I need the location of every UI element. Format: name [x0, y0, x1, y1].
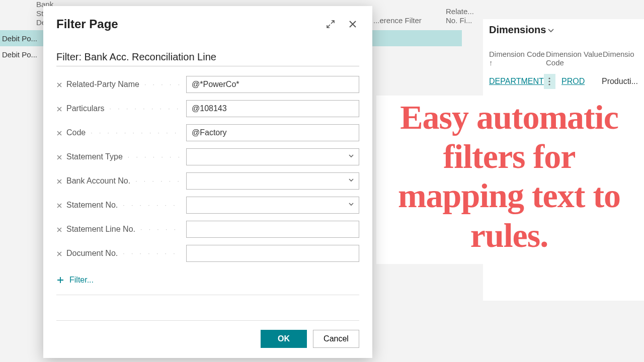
- dot-leader: · · · · · · · · · · · · · · · · · · · · …: [144, 81, 183, 88]
- svg-point-0: [549, 77, 550, 79]
- filter-label: Code: [66, 128, 86, 137]
- filter-row: Document No.· · · · · · · · · · · · · · …: [56, 244, 359, 262]
- svg-point-1: [549, 80, 550, 82]
- close-icon[interactable]: [346, 18, 359, 31]
- chevron-down-icon: [348, 201, 355, 208]
- filter-label: Particulars: [66, 104, 105, 113]
- plus-icon: [56, 276, 64, 284]
- filter-select[interactable]: [186, 172, 359, 190]
- dim-code-link[interactable]: DEPARTMENT: [489, 77, 544, 86]
- filter-label: Statement Type: [66, 152, 123, 161]
- dot-leader: · · · · · · · · · · · · · · · · · · · · …: [123, 250, 183, 257]
- remove-filter-icon[interactable]: [56, 226, 63, 233]
- dimensions-data-row[interactable]: DEPARTMENT PROD Producti...: [489, 74, 638, 89]
- dialog-header: Filter Page: [56, 17, 359, 31]
- ok-button[interactable]: OK: [261, 330, 307, 348]
- dim-head-caption[interactable]: Dimensio: [603, 50, 638, 67]
- bg-col-ref: ...erence Filter: [373, 16, 422, 25]
- chevron-down-icon: [348, 152, 355, 159]
- filter-label: Related-Party Name: [66, 80, 139, 89]
- filter-input[interactable]: [186, 124, 359, 141]
- bg-row-1-text: Debit Po...: [2, 50, 37, 59]
- chevron-down-icon: [547, 26, 555, 34]
- dot-leader: · · · · · · · · · · · · · · · · · · · · …: [110, 105, 183, 112]
- remove-filter-icon[interactable]: [56, 105, 63, 112]
- svg-point-2: [549, 83, 550, 85]
- remove-filter-icon[interactable]: [56, 153, 63, 160]
- filter-row: Code· · · · · · · · · · · · · · · · · · …: [56, 124, 359, 142]
- filter-select[interactable]: [186, 148, 359, 165]
- dot-leader: · · · · · · · · · · · · · · · · · · · · …: [91, 129, 183, 136]
- filter-row: Bank Account No.· · · · · · · · · · · · …: [56, 172, 359, 190]
- filter-input-wrap: [186, 148, 359, 165]
- remove-filter-icon[interactable]: [56, 250, 63, 257]
- filter-input-wrap: [186, 221, 359, 238]
- annotation-overlay: Easy automatic filters for mapping text …: [376, 96, 642, 264]
- remove-filter-icon[interactable]: [56, 202, 63, 209]
- filter-row: Related-Party Name· · · · · · · · · · · …: [56, 75, 359, 94]
- filter-input-wrap: [186, 197, 359, 214]
- filter-row: Statement No.· · · · · · · · · · · · · ·…: [56, 196, 359, 214]
- cancel-button[interactable]: Cancel: [313, 330, 359, 348]
- filter-label: Statement No.: [66, 201, 118, 210]
- filter-page-dialog: Filter Page Filter: Bank Acc. Reconcilia…: [43, 6, 372, 358]
- bg-row-1[interactable]: Debit Po...: [0, 46, 37, 62]
- dimensions-title[interactable]: Dimensions: [489, 24, 638, 36]
- bg-row-0-text: Debit Po...: [2, 34, 37, 43]
- expand-icon[interactable]: [324, 18, 337, 31]
- dim-head-value[interactable]: Dimension Value Code: [546, 50, 603, 67]
- filter-select[interactable]: [186, 197, 359, 214]
- filter-input-wrap: [186, 172, 359, 190]
- filter-input[interactable]: [186, 100, 359, 117]
- bg-col-nofi: No. Fi...: [446, 16, 472, 25]
- dot-leader: · · · · · · · · · · · · · · · · · · · · …: [128, 153, 183, 160]
- add-filter-button[interactable]: Filter...: [56, 276, 94, 285]
- dim-caption: Producti...: [602, 77, 638, 86]
- row-actions-icon[interactable]: [544, 74, 555, 89]
- filter-row: Statement Type· · · · · · · · · · · · · …: [56, 148, 359, 166]
- filter-row: Particulars· · · · · · · · · · · · · · ·…: [56, 100, 359, 118]
- filter-input-wrap: [186, 245, 359, 262]
- chevron-down-icon: [348, 176, 355, 184]
- filter-input-wrap: [186, 100, 359, 117]
- dim-head-code[interactable]: Dimension Code ↑: [489, 50, 546, 67]
- bg-col-relate: Relate...: [446, 7, 474, 16]
- filter-label: Statement Line No.: [66, 225, 135, 234]
- filter-input-wrap: [186, 124, 359, 141]
- remove-filter-icon[interactable]: [56, 81, 63, 88]
- dimensions-title-text: Dimensions: [489, 24, 546, 36]
- filter-input[interactable]: [186, 221, 359, 238]
- dim-value-link[interactable]: PROD: [561, 77, 602, 86]
- dialog-title: Filter Page: [56, 17, 118, 31]
- dot-leader: · · · · · · · · · · · · · · · · · · · · …: [123, 202, 183, 209]
- remove-filter-icon[interactable]: [56, 129, 63, 136]
- add-filter-label: Filter...: [69, 276, 94, 285]
- filter-section: Filter: Bank Acc. Reconciliation Line Re…: [56, 51, 359, 295]
- filter-row: Statement Line No.· · · · · · · · · · · …: [56, 220, 359, 238]
- section-divider: [56, 295, 359, 295]
- dot-leader: · · · · · · · · · · · · · · · · · · · · …: [135, 177, 183, 185]
- filter-label: Bank Account No.: [66, 176, 130, 186]
- filter-input-wrap: [186, 76, 359, 93]
- filter-input[interactable]: [186, 76, 359, 93]
- filter-section-heading: Filter: Bank Acc. Reconciliation Line: [56, 51, 359, 66]
- filter-input[interactable]: [186, 245, 359, 262]
- remove-filter-icon[interactable]: [56, 177, 63, 185]
- dimensions-header-row: Dimension Code ↑ Dimension Value Code Di…: [489, 50, 638, 67]
- dialog-footer: OK Cancel: [56, 320, 359, 348]
- dot-leader: · · · · · · · · · · · · · · · · · · · · …: [140, 226, 183, 233]
- filter-label: Document No.: [66, 249, 118, 258]
